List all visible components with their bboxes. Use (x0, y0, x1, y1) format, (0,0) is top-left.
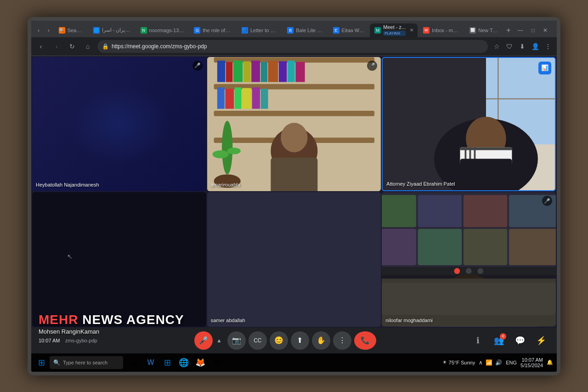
cell-bg-2 (207, 57, 381, 192)
name-samer: samer abdallah (211, 318, 245, 323)
taskbar-lang: ENG (506, 360, 517, 365)
volume-icon[interactable]: 🔊 (495, 359, 502, 366)
more-options-button[interactable]: ⋮ (333, 331, 351, 350)
svg-rect-53 (418, 229, 462, 265)
taskbar-settings-icon[interactable]: ⚙ (209, 355, 224, 370)
taskbar-app-icons: 🗂 W ⊞ 🌐 🦊 ⚙ (127, 355, 224, 370)
bookmark-icon[interactable]: ☆ (492, 41, 502, 51)
taskbar-files-icon[interactable]: 🗂 (127, 355, 141, 370)
forward-button[interactable]: › (44, 26, 53, 35)
taskbar: ⊞ 🔍 Type here to search 🗂 W ⊞ 🌐 🦊 ⚙ ☀ 75… (31, 353, 557, 372)
tab-label-noormags: noormags-1316 (149, 28, 184, 33)
tab-favicon-role: G (194, 27, 200, 34)
taskbar-word-icon[interactable]: W (143, 355, 158, 370)
tab-favicon-inbox: ✉ (423, 27, 430, 34)
end-call-button[interactable]: 📞 (354, 331, 376, 350)
camera-button[interactable]: 📷 (227, 331, 246, 350)
system-tray-chevron[interactable]: ∧ (479, 359, 483, 366)
tab-meet[interactable]: M Meet - z... PLAYING ✕ (370, 23, 418, 37)
svg-point-58 (466, 268, 472, 274)
profile-icon[interactable]: 👤 (530, 41, 540, 51)
watermark-news: NEWS AGENCY (78, 312, 184, 327)
back-button[interactable]: ‹ (34, 26, 43, 35)
home-button[interactable]: ⌂ (82, 40, 94, 52)
tab-favicon-newtab: ⬜ (469, 27, 476, 34)
mute-icon-heybatollah: 🎤 (192, 61, 203, 71)
present-button[interactable]: ⬆ (291, 331, 309, 350)
download-icon[interactable]: ⬇ (517, 41, 527, 51)
tab-close-meet[interactable]: ✕ (410, 28, 413, 33)
mic-button[interactable]: 🎤 (194, 331, 213, 350)
reload-button[interactable]: ↻ (66, 40, 78, 52)
tab-search[interactable]: 🔍 Search (54, 23, 88, 37)
taskbar-firefox-icon[interactable]: 🦊 (193, 355, 208, 370)
notification-icon[interactable]: 🔔 (547, 359, 553, 365)
tab-label-newtab: New Tab (478, 28, 498, 33)
maximize-button[interactable]: □ (529, 26, 537, 34)
raise-hand-button[interactable]: ✋ (312, 331, 330, 350)
emoji-button[interactable]: 😊 (270, 331, 288, 350)
meet-url: zms-gybo-pdp (65, 338, 97, 343)
tab-newtab[interactable]: ⬜ New Tab (465, 23, 502, 37)
close-button[interactable]: ✕ (540, 26, 550, 34)
back-nav-button[interactable]: ‹ (35, 40, 47, 52)
mute-icon-niloofar: 🎤 (542, 196, 552, 206)
taskbar-search[interactable]: 🔍 Type here to search (50, 356, 123, 369)
tab-letter[interactable]: 🔵 Letter to UN (237, 23, 282, 37)
tab-bale[interactable]: B Bale Lite (1) (283, 23, 327, 37)
tab-role[interactable]: G the role of i... (189, 23, 236, 37)
tab-inbox[interactable]: ✉ Inbox - mo... (418, 23, 464, 37)
tab-label-letter: Letter to UN (250, 28, 277, 33)
svg-point-27 (222, 120, 232, 174)
activities-icon[interactable]: ⚡ (533, 332, 549, 349)
taskbar-edge-icon[interactable]: 🌐 (176, 355, 191, 370)
tab-label-bale: Bale Lite (1) (296, 28, 322, 33)
active-speaker-icon-ziyaad: 📊 (538, 62, 551, 74)
captions-button[interactable]: CC (249, 331, 267, 350)
address-bar[interactable]: 🔒 https://meet.google.com/zms-gybo-pdp (97, 40, 488, 53)
browser-chrome: ‹ › 🔍 Search 🌐 ایران - اسرا... N noormag… (31, 21, 557, 56)
tab-noormags[interactable]: N noormags-1316 (136, 23, 189, 37)
svg-point-28 (212, 150, 228, 158)
tab-label-iran: ایران - اسرا... (102, 27, 130, 33)
svg-rect-19 (295, 62, 305, 82)
tab-iran[interactable]: 🌐 ایران - اسرا... (89, 23, 135, 37)
taskbar-time-display: 10:07 AM (520, 357, 543, 363)
tab-favicon-meet: M (374, 27, 381, 34)
start-button[interactable]: ⊞ (35, 356, 48, 369)
lock-icon: 🔒 (102, 43, 109, 50)
taskbar-search-text: Type here to search (63, 360, 107, 365)
svg-rect-23 (242, 88, 251, 108)
menu-icon[interactable]: ⋮ (543, 41, 553, 51)
taskbar-windows-icon[interactable]: ⊞ (160, 355, 175, 370)
extension-shield-icon[interactable]: 🛡 (504, 41, 514, 51)
tab-eitaa[interactable]: E Eitaa Web (328, 23, 369, 37)
taskbar-weather[interactable]: ☀ 75°F Sunny (442, 359, 475, 365)
svg-rect-10 (217, 60, 225, 82)
tab-favicon-bale: B (287, 27, 294, 34)
chat-icon[interactable]: 💬 (512, 332, 528, 349)
people-count-badge: 6 (500, 333, 506, 340)
new-tab-button[interactable]: + (503, 25, 514, 36)
tab-label-search: Search (68, 28, 83, 33)
taskbar-right: ☀ 75°F Sunny ∧ 📶 🔊 ENG 10:07 AM 5/15/202… (442, 357, 553, 368)
svg-rect-8 (214, 111, 374, 116)
minimize-button[interactable]: — (515, 26, 526, 34)
svg-rect-21 (225, 89, 234, 109)
people-icon[interactable]: 👥 6 (491, 332, 507, 349)
svg-rect-20 (217, 87, 225, 109)
video-cell-amari: 🎤 amarirouabhi (207, 57, 381, 192)
svg-rect-50 (464, 195, 507, 227)
watermark-mehr: MEHR (39, 312, 78, 327)
video-cell-samer: S samer abdallah (207, 192, 381, 327)
tv-frame: ‹ › 🔍 Search 🌐 ایران - اسرا... N noormag… (28, 17, 560, 375)
info-icon[interactable]: ℹ (469, 332, 486, 349)
svg-rect-17 (278, 61, 286, 82)
network-icon[interactable]: 📶 (486, 359, 492, 366)
tab-bar: ‹ › 🔍 Search 🌐 ایران - اسرا... N noormag… (31, 21, 557, 37)
mic-chevron[interactable]: ▲ (214, 335, 225, 346)
search-icon: 🔍 (53, 359, 60, 366)
forward-nav-button[interactable]: › (51, 40, 62, 52)
cell-bg-6 (382, 192, 556, 327)
taskbar-clock[interactable]: 10:07 AM 5/15/2024 (520, 357, 543, 368)
